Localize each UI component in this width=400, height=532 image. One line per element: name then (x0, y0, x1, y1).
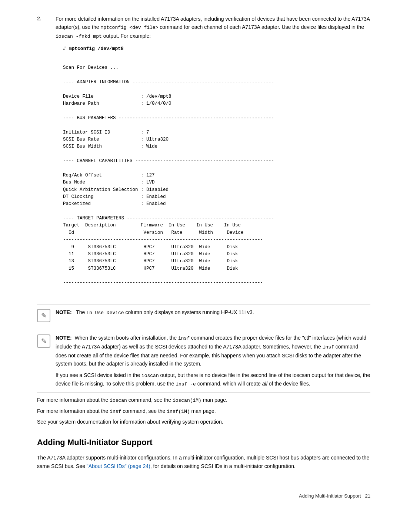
section-body: The A7173A adapter supports multi-initia… (37, 454, 370, 470)
dt-clock-line: DT Clocking : Enabled (63, 194, 166, 199)
table-divider-top: ----------------------------------------… (63, 237, 263, 242)
hardware-path-label: Hardware Path : 1/0/4/0/0 (63, 101, 171, 106)
section-body-text-after: , for details on setting SCSI IDs in a m… (150, 463, 296, 469)
additional-note-3: See your system documentation for inform… (37, 418, 370, 426)
intro-code1: mptconfig <dev file> (100, 25, 158, 30)
additional-note-1: For more information about the ioscan co… (37, 396, 370, 404)
scsi-bus-width-line: SCSI Bus Width : Wide (63, 144, 157, 149)
initiator-line: Initiator SCSI ID : 7 (63, 130, 149, 135)
target-section-line: ---- TARGET PARAMETERS -----------------… (63, 216, 274, 221)
insf-e-code: insf -e (176, 381, 196, 387)
table-row-1: 11 ST336753LC HPC7 Ultra320 Wide Disk (63, 252, 238, 257)
intro-code2: ioscan -fnkd mpt (56, 34, 102, 39)
note-text-after-1: column only displays on systems running … (124, 309, 254, 315)
bus-section-line: ---- BUS PARAMETERS --------------------… (63, 115, 274, 121)
footer: Adding Multi-Initiator Support 21 (37, 492, 370, 500)
output-block: Scan For Devices ... ---- ADAPTER INFORM… (63, 57, 370, 294)
item-intro-paragraph: For more detailed information on the ins… (56, 15, 370, 41)
table-header1: Target Description Firmware In Use In Us… (63, 223, 241, 228)
command-block: # mptconfig /dev/mpt8 (63, 45, 370, 53)
channel-section-line: ---- CHANNEL CAPABILITIES --------------… (63, 158, 274, 164)
section-heading: Adding Multi-Initiator Support (37, 436, 370, 448)
table-row-0: 9 ST336753LC HPC7 Ultra320 Wide Disk (63, 245, 238, 250)
note-paragraph-2: If you see a SCSI device listed in the i… (56, 371, 370, 389)
packetized-line: Packetized : Enabled (63, 201, 166, 206)
ioscan-ref-code: ioscan (110, 398, 127, 403)
intro-text2: command for each channel of each A7173A … (158, 24, 364, 30)
note-content-1: NOTE: The In Use Device column only disp… (56, 308, 370, 317)
additional-note-2: For more information about the insf comm… (37, 407, 370, 415)
item-body: For more detailed information on the ins… (56, 15, 370, 298)
note-content-2: NOTE:When the system boots after install… (56, 334, 370, 388)
scsi-bus-rate-line: SCSI Bus Rate : Ultra320 (63, 137, 169, 142)
bus-mode-line: Bus Mode : LVD (63, 180, 155, 185)
all-italic: all (262, 381, 267, 387)
note-text-before-1: The (76, 309, 86, 315)
note-box-1: ✎ NOTE: The In Use Device column only di… (37, 304, 370, 326)
ioscan-manpage-code: ioscan(1M) (173, 398, 201, 403)
adapter-section-line: ---- ADAPTER INFORMATION ---------------… (63, 80, 274, 85)
intro-text3: output. For example: (102, 33, 151, 39)
insf-manpage-code: insf(1M) (167, 409, 190, 414)
note-label-1: NOTE: (56, 309, 72, 315)
req-ack-line: Req/Ack Offset : 127 (63, 173, 155, 178)
device-file-label: Device File : /dev/mpt8 (63, 94, 171, 99)
note-paragraph-1: NOTE:When the system boots after install… (56, 334, 370, 368)
command-text: mptconfig /dev/mpt8 (69, 46, 124, 51)
note-icon-1: ✎ (37, 309, 50, 322)
note-label-2: NOTE: (56, 335, 72, 341)
insf-code-1: insf (178, 336, 190, 341)
quick-arb-line: Quick Arbitration Selection : Disabled (63, 187, 169, 192)
note-icon-2: ✎ (37, 334, 50, 348)
note-text-1: NOTE: The In Use Device column only disp… (56, 309, 254, 315)
footer-page-number: 21 (365, 492, 370, 500)
prompt-symbol: # (63, 46, 66, 51)
note-code-1: In Use Device (86, 310, 124, 316)
note-box-2: ✎ NOTE:When the system boots after insta… (37, 330, 370, 393)
insf-ref-code: insf (110, 409, 121, 414)
table-row-2: 13 ST336753LC HPC7 Ultra320 Wide Disk (63, 259, 238, 264)
numbered-item-2: 2. For more detailed information on the … (37, 15, 370, 298)
bottom-divider: ----------------------------------------… (63, 280, 263, 285)
ioscan-code: ioscan (141, 373, 159, 378)
scan-line: Scan For Devices ... (63, 65, 119, 70)
insf-code-2: insf (323, 344, 334, 350)
prompt-line: # mptconfig /dev/mpt8 (63, 45, 370, 53)
footer-section-name: Adding Multi-Initiator Support (299, 492, 361, 500)
table-header2: Id Version Rate Width Device (63, 230, 244, 235)
about-scsi-ids-link[interactable]: "About SCSI IDs" (page 24) (87, 463, 150, 469)
page-content: 2. For more detailed information on the … (37, 15, 370, 499)
item-number: 2. (37, 15, 48, 298)
table-row-3: 15 ST336753LC HPC7 Ultra320 Wide Disk (63, 266, 238, 271)
note-text-2: NOTE:When the system boots after install… (56, 334, 370, 388)
